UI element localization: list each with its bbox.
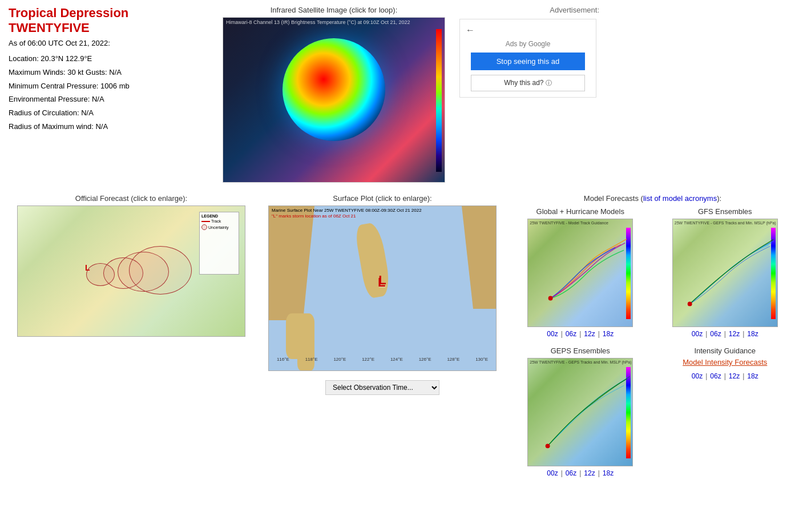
advertisement-box: ← Ads by Google Stop seeing this ad Why … bbox=[459, 19, 596, 98]
global-model-image[interactable]: 25W TWENTYFIVE - Model Track Guidance bbox=[527, 219, 633, 327]
storm-radius-max-wind: Radius of Maximum wind: N/A bbox=[9, 121, 208, 133]
intensity-18z-link[interactable]: 18z bbox=[747, 372, 758, 380]
storm-info-panel: Tropical Depression TWENTYFIVE As of 06:… bbox=[9, 6, 208, 183]
storm-env-pressure: Environmental Pressure: N/A bbox=[9, 94, 208, 106]
global-model-title: Global + Hurricane Models bbox=[536, 207, 624, 216]
global-model-links: 00z | 06z | 12z | 18z bbox=[547, 330, 614, 338]
model-top-row: Global + Hurricane Models 25W TWENTYFIVE… bbox=[511, 207, 794, 338]
geps-model-links: 00z | 06z | 12z | 18z bbox=[547, 469, 614, 477]
model-bottom-row: GEPS Ensembles 25W TWENTYFIVE - GEPS Tra… bbox=[511, 346, 794, 477]
forecast-image[interactable]: LEGEND Track Uncertainty L bbox=[17, 205, 245, 337]
geps-model-title: GEPS Ensembles bbox=[551, 346, 610, 355]
storm-location: Location: 20.3°N 122.9°E bbox=[9, 53, 208, 65]
model-acronyms-link[interactable]: list of model acronyms bbox=[643, 194, 717, 203]
geps-model-image[interactable]: 25W TWENTYFIVE - GEPS Tracks and Min. MS… bbox=[527, 358, 633, 466]
gefs-model-card: GFS Ensembles 25W TWENTYFIVE - GEFS Trac… bbox=[656, 207, 795, 338]
svg-point-0 bbox=[548, 296, 553, 301]
intensity-title: Intensity Guidance bbox=[694, 346, 756, 355]
geps-12z-link[interactable]: 12z bbox=[584, 469, 595, 477]
gefs-12z-link[interactable]: 12z bbox=[729, 330, 740, 338]
forecast-section: Official Forecast (click to enlarge): LE… bbox=[9, 194, 254, 477]
storm-title: Tropical Depression TWENTYFIVE bbox=[9, 6, 208, 35]
ads-by-google-label: Ads by Google bbox=[506, 40, 551, 48]
ad-back-arrow-icon[interactable]: ← bbox=[466, 25, 475, 35]
satellite-colorbar bbox=[436, 29, 442, 172]
geps-00z-link[interactable]: 00z bbox=[547, 469, 558, 477]
geps-18z-link[interactable]: 18z bbox=[603, 469, 614, 477]
global-18z-link[interactable]: 18z bbox=[603, 330, 614, 338]
gefs-18z-link[interactable]: 18z bbox=[747, 330, 758, 338]
why-this-ad-button[interactable]: Why this ad? ⓘ bbox=[471, 75, 585, 91]
intensity-00z-link[interactable]: 00z bbox=[692, 372, 703, 380]
storm-pressure: Minimum Central Pressure: 1006 mb bbox=[9, 80, 208, 92]
storm-radius-circulation: Radius of Circulation: N/A bbox=[9, 107, 208, 119]
gefs-model-links: 00z | 06z | 12z | 18z bbox=[692, 330, 758, 338]
info-icon: ⓘ bbox=[546, 79, 552, 86]
gefs-model-image[interactable]: 25W TWENTYFIVE - GEFS Tracks and Min. MS… bbox=[672, 219, 778, 327]
intensity-model-link[interactable]: Model Intensity Forecasts bbox=[683, 358, 767, 366]
global-model-card: Global + Hurricane Models 25W TWENTYFIVE… bbox=[511, 207, 650, 338]
storm-details: Location: 20.3°N 122.9°E Maximum Winds: … bbox=[9, 53, 208, 133]
geps-model-card: GEPS Ensembles 25W TWENTYFIVE - GEPS Tra… bbox=[511, 346, 650, 477]
global-12z-link[interactable]: 12z bbox=[584, 330, 595, 338]
surface-label: Surface Plot (click to enlarge): bbox=[333, 194, 431, 203]
observation-time-select[interactable]: Select Observation Time... 08:00Z 09:00Z… bbox=[325, 380, 439, 395]
storm-date: As of 06:00 UTC Oct 21, 2022: bbox=[9, 39, 208, 47]
gefs-model-title: GFS Ensembles bbox=[698, 207, 752, 216]
why-this-ad-label: Why this ad? bbox=[504, 79, 543, 87]
gefs-06z-link[interactable]: 06z bbox=[710, 330, 721, 338]
stop-seeing-ad-button[interactable]: Stop seeing this ad bbox=[471, 53, 585, 70]
surface-image[interactable]: L Marine Surface Plot Near 25W TWENTYFIV… bbox=[268, 205, 497, 371]
storm-winds: Maximum Winds: 30 kt Gusts: N/A bbox=[9, 67, 208, 79]
intensity-model-links: 00z | 06z | 12z | 18z bbox=[692, 372, 758, 380]
intensity-06z-link[interactable]: 06z bbox=[710, 372, 721, 380]
svg-point-2 bbox=[546, 444, 550, 448]
global-00z-link[interactable]: 00z bbox=[547, 330, 558, 338]
intensity-section: Intensity Guidance Model Intensity Forec… bbox=[656, 346, 795, 477]
geps-06z-link[interactable]: 06z bbox=[566, 469, 576, 477]
satellite-image[interactable] bbox=[223, 17, 445, 183]
surface-section: Surface Plot (click to enlarge): L Marin… bbox=[260, 194, 505, 477]
satellite-section: Infrared Satellite Image (click for loop… bbox=[214, 6, 454, 183]
global-06z-link[interactable]: 06z bbox=[566, 330, 576, 338]
advertisement-label: Advertisement: bbox=[550, 6, 602, 14]
intensity-12z-link[interactable]: 12z bbox=[729, 372, 740, 380]
satellite-label: Infrared Satellite Image (click for loop… bbox=[271, 6, 398, 14]
svg-point-1 bbox=[687, 301, 692, 306]
model-forecasts-section: Model Forecasts (list of model acronyms)… bbox=[511, 194, 794, 477]
model-forecasts-header: Model Forecasts (list of model acronyms)… bbox=[584, 194, 721, 203]
gefs-00z-link[interactable]: 00z bbox=[692, 330, 703, 338]
advertisement-section: Advertisement: ← Ads by Google Stop seei… bbox=[459, 6, 602, 183]
forecast-label: Official Forecast (click to enlarge): bbox=[75, 194, 187, 203]
